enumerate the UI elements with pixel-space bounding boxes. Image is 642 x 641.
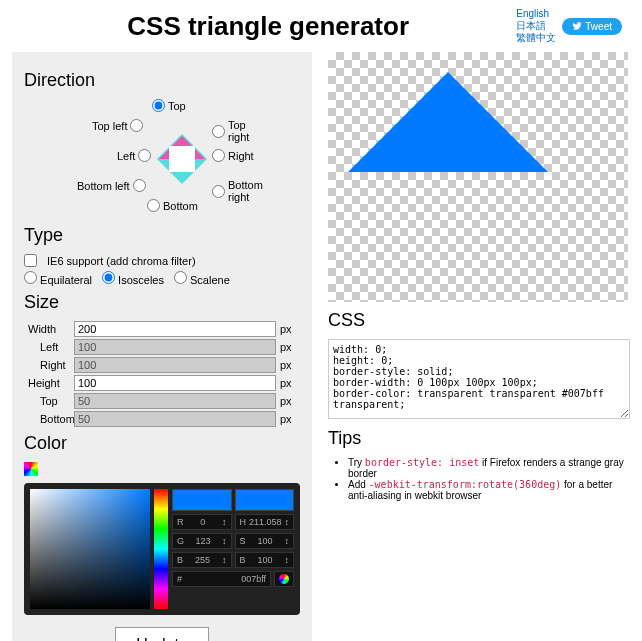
width-label: Width bbox=[24, 323, 74, 335]
direction-picker: Top Top left Top right Left Right Bottom… bbox=[62, 99, 262, 219]
type-scalene[interactable]: Scalene bbox=[174, 271, 230, 286]
direction-visual bbox=[157, 134, 207, 184]
bottom-label: Bottom bbox=[24, 413, 74, 425]
s-field[interactable]: S100↕ bbox=[235, 533, 295, 549]
dir-right[interactable]: Right bbox=[212, 149, 254, 162]
page-title: CSS triangle generator bbox=[20, 11, 516, 42]
br-field[interactable]: B100↕ bbox=[235, 552, 295, 568]
twitter-icon bbox=[572, 21, 582, 31]
dir-bottom-right[interactable]: Bottom right bbox=[212, 179, 263, 203]
swatch-new bbox=[172, 489, 232, 511]
color-picker: R0↕H211.058↕ G123↕S100↕ B255↕B100↕ #007b… bbox=[24, 483, 300, 615]
dir-bottom-left[interactable]: Bottom left bbox=[77, 179, 146, 192]
b-field[interactable]: B255↕ bbox=[172, 552, 232, 568]
swatch-current bbox=[235, 489, 295, 511]
width-input[interactable] bbox=[74, 321, 276, 337]
svg-rect-2 bbox=[169, 146, 195, 172]
type-heading: Type bbox=[24, 225, 300, 246]
lang-japanese[interactable]: 日本語 bbox=[516, 20, 556, 32]
update-button[interactable]: Update bbox=[115, 627, 209, 641]
tips-heading: Tips bbox=[328, 428, 630, 449]
left-label: Left bbox=[24, 341, 74, 353]
size-heading: Size bbox=[24, 292, 300, 313]
type-isosceles[interactable]: Isosceles bbox=[102, 271, 164, 286]
css-heading: CSS bbox=[328, 310, 630, 331]
saturation-value-panel[interactable] bbox=[30, 489, 150, 609]
g-field[interactable]: G123↕ bbox=[172, 533, 232, 549]
r-field[interactable]: R0↕ bbox=[172, 514, 232, 530]
right-label: Right bbox=[24, 359, 74, 371]
tweet-label: Tweet bbox=[585, 21, 612, 32]
dir-top-right[interactable]: Top right bbox=[212, 119, 262, 143]
dir-top[interactable]: Top bbox=[152, 99, 186, 112]
height-input[interactable] bbox=[74, 375, 276, 391]
color-heading: Color bbox=[24, 433, 300, 454]
hue-slider[interactable] bbox=[154, 489, 168, 609]
dir-left[interactable]: Left bbox=[117, 149, 151, 162]
color-wheel-icon[interactable] bbox=[24, 462, 38, 476]
top-input bbox=[74, 393, 276, 409]
tweet-button[interactable]: Tweet bbox=[562, 18, 622, 35]
left-input bbox=[74, 339, 276, 355]
language-switcher: English 日本語 繁體中文 bbox=[516, 8, 556, 44]
h-field[interactable]: H211.058↕ bbox=[235, 514, 295, 530]
triangle-shape bbox=[348, 72, 548, 172]
triangle-preview bbox=[328, 52, 628, 302]
tip-2: Add -webkit-transform:rotate(360deg) for… bbox=[348, 479, 630, 501]
right-input bbox=[74, 357, 276, 373]
type-equilateral[interactable]: Equilateral bbox=[24, 271, 92, 286]
ie6-checkbox[interactable] bbox=[24, 254, 37, 267]
tip-1: Try border-style: inset if Firefox rende… bbox=[348, 457, 630, 479]
ie6-label: IE6 support (add chroma filter) bbox=[47, 255, 196, 267]
direction-heading: Direction bbox=[24, 70, 300, 91]
dir-bottom[interactable]: Bottom bbox=[147, 199, 198, 212]
hex-field[interactable]: #007bff bbox=[172, 571, 271, 587]
lang-english[interactable]: English bbox=[516, 8, 556, 20]
height-label: Height bbox=[24, 377, 74, 389]
bottom-input bbox=[74, 411, 276, 427]
lang-chinese[interactable]: 繁體中文 bbox=[516, 32, 556, 44]
color-wheel-button[interactable] bbox=[274, 571, 294, 587]
dir-top-left[interactable]: Top left bbox=[92, 119, 143, 132]
css-output[interactable]: width: 0; height: 0; border-style: solid… bbox=[328, 339, 630, 419]
top-label: Top bbox=[24, 395, 74, 407]
